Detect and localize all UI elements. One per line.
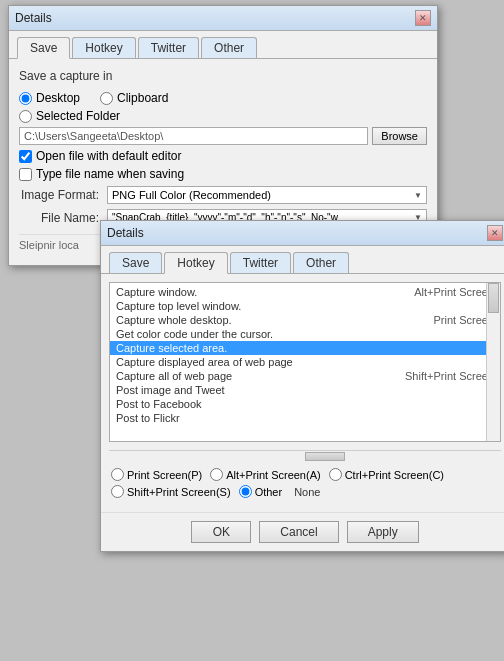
shift-print-screen-radio-label[interactable]: Shift+Print Screen(S) (111, 485, 231, 498)
hotkey-list-item[interactable]: Post to Facebook (110, 397, 500, 411)
path-input[interactable] (19, 127, 368, 145)
scrollbar-thumb[interactable] (488, 283, 499, 313)
selected-folder-label: Selected Folder (36, 109, 120, 123)
print-screen-radio[interactable] (111, 468, 124, 481)
hotkey-item-label: Get color code under the cursor. (116, 328, 273, 340)
hotkey-list-item[interactable]: Post image and Tweet (110, 383, 500, 397)
other-radio-label[interactable]: Other (239, 485, 283, 498)
ctrl-print-screen-radio-label[interactable]: Ctrl+Print Screen(C) (329, 468, 444, 481)
filename-label: File Name: (19, 211, 99, 225)
hotkey-tab-save[interactable]: Save (109, 252, 162, 273)
hotkey-item-label: Capture whole desktop. (116, 314, 232, 326)
hscroll-bar[interactable] (109, 450, 501, 462)
alt-print-screen-label: Alt+Print Screen(A) (226, 469, 320, 481)
clipboard-radio[interactable] (100, 92, 113, 105)
open-editor-row: Open file with default editor (19, 149, 427, 163)
hotkey-item-label: Capture selected area. (116, 342, 227, 354)
hotkey-list-item[interactable]: Capture displayed area of web page (110, 355, 500, 369)
dropdown-arrow-icon: ▼ (414, 191, 422, 200)
hotkey-dialog-close-button[interactable]: ✕ (487, 225, 503, 241)
hotkey-item-label: Capture all of web page (116, 370, 232, 382)
type-filename-row: Type file name when saving (19, 167, 427, 181)
image-format-label: Image Format: (19, 188, 99, 202)
hotkey-item-label: Capture displayed area of web page (116, 356, 293, 368)
clipboard-label: Clipboard (117, 91, 168, 105)
tab-save[interactable]: Save (17, 37, 70, 59)
hotkey-list-item[interactable]: Capture all of web pageShift+Print Scree… (110, 369, 500, 383)
hotkey-item-label: Post image and Tweet (116, 384, 225, 396)
hotkey-dialog: Details ✕ Save Hotkey Twitter Other Capt… (100, 220, 504, 552)
save-dialog-title: Details (15, 11, 52, 25)
type-filename-label: Type file name when saving (36, 167, 184, 181)
desktop-radio-label[interactable]: Desktop (19, 91, 80, 105)
desktop-label: Desktop (36, 91, 80, 105)
print-screen-label: Print Screen(P) (127, 469, 202, 481)
hotkey-list-item[interactable]: Capture selected area. (110, 341, 500, 355)
save-location-group: Desktop Clipboard (19, 91, 427, 105)
hotkey-radio-row-1: Print Screen(P) Alt+Print Screen(A) Ctrl… (111, 468, 499, 481)
hotkey-list-inner: Capture window.Alt+Print ScreenCapture t… (110, 283, 500, 427)
hotkey-options: Print Screen(P) Alt+Print Screen(A) Ctrl… (101, 462, 504, 508)
hotkey-item-key: Print Screen (433, 314, 494, 326)
hotkey-tab-twitter[interactable]: Twitter (230, 252, 291, 273)
save-section-title: Save a capture in (19, 69, 427, 83)
apply-button[interactable]: Apply (347, 521, 419, 543)
save-dialog-titlebar: Details ✕ (9, 6, 437, 31)
hotkey-radio-row-2: Shift+Print Screen(S) Other None (111, 485, 499, 498)
tab-twitter[interactable]: Twitter (138, 37, 199, 58)
print-screen-radio-label[interactable]: Print Screen(P) (111, 468, 202, 481)
save-tab-bar: Save Hotkey Twitter Other (9, 31, 437, 59)
selected-folder-radio[interactable] (19, 110, 32, 123)
cancel-button[interactable]: Cancel (259, 521, 338, 543)
hotkey-item-label: Post to Facebook (116, 398, 202, 410)
desktop-radio[interactable] (19, 92, 32, 105)
hotkey-tab-bar: Save Hotkey Twitter Other (101, 246, 504, 274)
hotkey-item-label: Capture top level window. (116, 300, 241, 312)
open-editor-checkbox[interactable] (19, 150, 32, 163)
hotkey-dialog-title: Details (107, 226, 144, 240)
hotkey-list-item[interactable]: Capture window.Alt+Print Screen (110, 285, 500, 299)
hotkey-list[interactable]: Capture window.Alt+Print ScreenCapture t… (109, 282, 501, 442)
hotkey-dialog-titlebar: Details ✕ (101, 221, 504, 246)
shift-print-screen-label: Shift+Print Screen(S) (127, 486, 231, 498)
ctrl-print-screen-radio[interactable] (329, 468, 342, 481)
tab-hotkey[interactable]: Hotkey (72, 37, 135, 58)
path-row: Browse (19, 127, 427, 145)
ctrl-print-screen-label: Ctrl+Print Screen(C) (345, 469, 444, 481)
other-label: Other (255, 486, 283, 498)
sleipnir-text: Sleipnir loca (19, 239, 79, 251)
hotkey-list-item[interactable]: Post to Flickr (110, 411, 500, 425)
hotkey-dialog-content: Capture window.Alt+Print ScreenCapture t… (101, 282, 504, 551)
hotkey-tab-other[interactable]: Other (293, 252, 349, 273)
alt-print-screen-radio[interactable] (210, 468, 223, 481)
open-editor-label: Open file with default editor (36, 149, 181, 163)
alt-print-screen-radio-label[interactable]: Alt+Print Screen(A) (210, 468, 320, 481)
browse-button[interactable]: Browse (372, 127, 427, 145)
save-dialog-close-button[interactable]: ✕ (415, 10, 431, 26)
tab-other[interactable]: Other (201, 37, 257, 58)
hotkey-tab-hotkey[interactable]: Hotkey (164, 252, 227, 274)
selected-folder-radio-label[interactable]: Selected Folder (19, 109, 427, 123)
type-filename-checkbox[interactable] (19, 168, 32, 181)
clipboard-radio-label[interactable]: Clipboard (100, 91, 168, 105)
image-format-value: PNG Full Color (Recommended) (112, 189, 271, 201)
dialog-buttons: OK Cancel Apply (101, 512, 504, 551)
image-format-row: Image Format: PNG Full Color (Recommende… (19, 186, 427, 204)
other-radio[interactable] (239, 485, 252, 498)
hscroll-thumb[interactable] (305, 452, 345, 461)
hotkey-item-label: Capture window. (116, 286, 197, 298)
hotkey-item-label: Post to Flickr (116, 412, 180, 424)
hotkey-list-item[interactable]: Capture whole desktop.Print Screen (110, 313, 500, 327)
selected-folder-row: Selected Folder (19, 109, 427, 123)
image-format-dropdown[interactable]: PNG Full Color (Recommended) ▼ (107, 186, 427, 204)
hotkey-item-key: Alt+Print Screen (414, 286, 494, 298)
hotkey-item-key: Shift+Print Screen (405, 370, 494, 382)
shift-print-screen-radio[interactable] (111, 485, 124, 498)
hotkey-list-item[interactable]: Capture top level window. (110, 299, 500, 313)
ok-button[interactable]: OK (191, 521, 251, 543)
none-text: None (294, 486, 320, 498)
scrollbar[interactable] (486, 283, 500, 441)
hotkey-list-item[interactable]: Get color code under the cursor. (110, 327, 500, 341)
